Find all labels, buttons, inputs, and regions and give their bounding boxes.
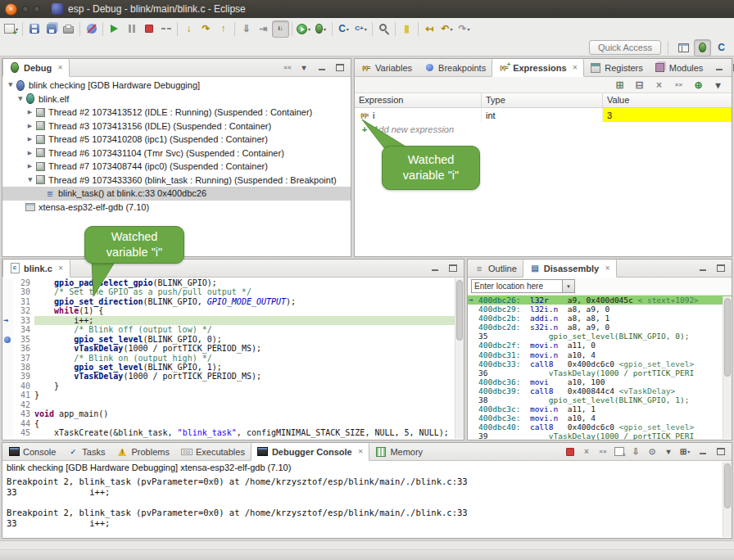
- step-return-button[interactable]: ↑: [215, 20, 232, 38]
- console-tab-problems[interactable]: Problems: [111, 443, 174, 460]
- window-maximize-button[interactable]: [34, 6, 40, 12]
- debug-tree-item[interactable]: ▶Thread #6 1073431104 (Tmr Svc) (Suspend…: [2, 147, 351, 160]
- tree-expand-icon[interactable]: ▶: [17, 94, 24, 103]
- debug-perspective-button[interactable]: [694, 39, 711, 56]
- editor-code-line[interactable]: vTaskDelay(1000 / portTICK_PERIOD_MS);: [34, 372, 464, 381]
- new-c-item-button[interactable]: C+▾: [352, 20, 369, 38]
- editor-line-number[interactable]: 42: [13, 400, 34, 409]
- editor-code-line[interactable]: }: [34, 382, 464, 391]
- disassembly-scrollbar[interactable]: [723, 296, 732, 439]
- editor-code-line[interactable]: i++;: [34, 316, 464, 325]
- editor-line-number[interactable]: 30: [13, 287, 34, 296]
- views-tab-variables[interactable]: Variables: [355, 59, 418, 76]
- debug-tree-item[interactable]: ▶Thread #2 1073413512 (IDLE : Running) (…: [2, 106, 351, 120]
- disassembly-row[interactable]: 400dbc36: movi a10, 100: [468, 377, 732, 386]
- disassembly-row[interactable]: →400dbc26: l32r a9, 0x400d045c < stext+1…: [468, 296, 732, 305]
- editor-annotation-ruler[interactable]: [2, 287, 13, 296]
- disasm-tab-outline[interactable]: Outline: [468, 260, 523, 277]
- editor-code-line[interactable]: gpio_set_level(BLINK_GPIO, 0);: [34, 335, 464, 344]
- disassembly-row[interactable]: 400dbc2d: s32i.n a8, a9, 0: [468, 323, 732, 332]
- minimize-view-button[interactable]: [695, 261, 710, 276]
- editor-line-number[interactable]: 35: [13, 335, 34, 344]
- minimize-view-button[interactable]: [428, 261, 442, 276]
- editor-line[interactable]: 45 xTaskCreate(&blink_task, "blink_task"…: [2, 428, 464, 437]
- instruction-stepping-button[interactable]: i↓: [272, 20, 289, 38]
- debug-tree-item[interactable]: xtensa-esp32-elf-gdb (7.10): [2, 201, 351, 215]
- disassembly-row[interactable]: 400dbc40: call8 0x400dc6c0 <gpio_set_lev…: [468, 422, 732, 431]
- editor-line-number[interactable]: 29: [13, 278, 34, 287]
- disassembly-row[interactable]: 38 gpio_set_level(BLINK_GPIO, 1);: [468, 395, 732, 404]
- console-tab-memory[interactable]: Memory: [369, 443, 428, 460]
- column-type[interactable]: Type: [482, 93, 603, 107]
- editor-line-number[interactable]: 37: [13, 354, 34, 363]
- debug-tree-item[interactable]: ▶Thread #5 1073410208 (ipc1) (Suspended …: [2, 133, 351, 147]
- tree-expand-icon[interactable]: ▶: [25, 123, 34, 129]
- editor-annotation-ruler[interactable]: →: [2, 316, 13, 325]
- close-tab-icon[interactable]: ✕: [358, 448, 364, 455]
- editor-line-number[interactable]: 36: [13, 344, 34, 353]
- editor-annotation-ruler[interactable]: [2, 344, 13, 353]
- editor-code-line[interactable]: gpio_pad_select_gpio(BLINK_GPIO);: [34, 278, 464, 287]
- editor-code-line[interactable]: xTaskCreate(&blink_task, "blink_task", c…: [34, 428, 464, 437]
- editor-code-line[interactable]: {: [34, 419, 464, 428]
- editor-code-line[interactable]: }: [34, 391, 464, 400]
- debug-tree-item[interactable]: ▶Thread #9 1073433360 (blink_task : Runn…: [2, 174, 351, 187]
- toggle-mark-occurrences-button[interactable]: ▮: [398, 20, 415, 38]
- resume-button[interactable]: [106, 20, 123, 38]
- code-editor[interactable]: 29 gpio_pad_select_gpio(BLINK_GPIO);30 /…: [2, 278, 464, 440]
- editor-scrollbar[interactable]: [455, 278, 464, 439]
- disassembly-row[interactable]: 400dbc2b: addi.n a8, a8, 1: [468, 314, 732, 323]
- terminate-button[interactable]: [140, 20, 157, 38]
- column-value[interactable]: Value: [603, 93, 732, 107]
- console-tab-executables[interactable]: Executables: [175, 443, 251, 460]
- close-tab-icon[interactable]: ✕: [605, 264, 610, 272]
- debug-button[interactable]: ▾: [312, 20, 329, 38]
- editor-line-number[interactable]: 40: [13, 382, 34, 391]
- view-menu-button[interactable]: ▾: [297, 61, 311, 75]
- console-output[interactable]: Breakpoint 2, blink_task (pvParameter=0x…: [2, 474, 732, 531]
- editor-line-number[interactable]: 31: [13, 297, 34, 306]
- display-selected-console-button[interactable]: ▾: [661, 445, 676, 459]
- console-tab-console[interactable]: Console: [2, 443, 61, 460]
- maximize-view-button[interactable]: [714, 261, 728, 276]
- column-expression[interactable]: Expression: [355, 93, 482, 107]
- debug-tree-item[interactable]: ▶blink.elf: [2, 93, 351, 106]
- views-tab-modules[interactable]: Modules: [649, 59, 709, 76]
- disassembly-row[interactable]: 400dbc33: call8 0x400dc6c0 <gpio_set_lev…: [468, 359, 732, 368]
- views-tab-breakpoints[interactable]: Breakpoints: [418, 59, 492, 76]
- disassembly-row[interactable]: 400dbc3e: movi.n a10, 4: [468, 413, 732, 422]
- editor-line-number[interactable]: 45: [13, 428, 34, 437]
- editor-line[interactable]: 43void app_main(): [2, 409, 464, 418]
- editor-annotation-ruler[interactable]: [2, 409, 13, 418]
- editor-code-line[interactable]: gpio_set_level(BLINK_GPIO, 1);: [34, 363, 464, 372]
- disassembly-listing[interactable]: →400dbc26: l32r a9, 0x400d045c < stext+1…: [468, 296, 732, 440]
- search-button[interactable]: [375, 20, 392, 38]
- editor-annotation-ruler[interactable]: [2, 391, 13, 400]
- editor-annotation-ruler[interactable]: [2, 400, 13, 409]
- remove-all-launches-button[interactable]: ××: [596, 445, 610, 459]
- save-all-button[interactable]: [43, 20, 60, 38]
- editor-line[interactable]: 30 /* Set the GPIO as a push/pull output…: [2, 287, 464, 296]
- remove-all-terminated-button[interactable]: ××: [280, 61, 295, 75]
- maximize-view-button[interactable]: [714, 445, 728, 459]
- disasm-tab-disassembly[interactable]: Disassembly✕: [523, 260, 617, 278]
- tree-expand-icon[interactable]: ▶: [27, 175, 34, 184]
- back-button[interactable]: ↶▾: [438, 20, 455, 38]
- editor-annotation-ruler[interactable]: [2, 372, 13, 381]
- editor-annotation-ruler[interactable]: [2, 419, 13, 428]
- location-dropdown-icon[interactable]: ▼: [563, 279, 575, 293]
- editor-line[interactable]: →33 i++;: [2, 316, 464, 325]
- disconnect-button[interactable]: [157, 20, 174, 38]
- disassembly-row[interactable]: 400dbc39: call8 0x400844c4 <vTaskDelay>: [468, 386, 732, 395]
- clear-console-button[interactable]: [612, 445, 627, 459]
- editor-line[interactable]: 39 vTaskDelay(1000 / portTICK_PERIOD_MS)…: [2, 372, 464, 381]
- remove-selected-button[interactable]: ×: [650, 76, 668, 93]
- editor-annotation-ruler[interactable]: [2, 382, 13, 391]
- tree-expand-icon[interactable]: ▶: [25, 109, 34, 115]
- maximize-view-button[interactable]: [730, 61, 734, 75]
- window-minimize-button[interactable]: [22, 6, 29, 12]
- editor-code-line[interactable]: gpio_set_direction(BLINK_GPIO, GPIO_MODE…: [34, 297, 464, 306]
- add-expression-row[interactable]: Add new expression: [355, 122, 732, 136]
- editor-line[interactable]: 34 /* Blink off (output low) */: [2, 325, 464, 334]
- disassembly-row[interactable]: 400dbc29: l32i.n a8, a9, 0: [468, 305, 732, 314]
